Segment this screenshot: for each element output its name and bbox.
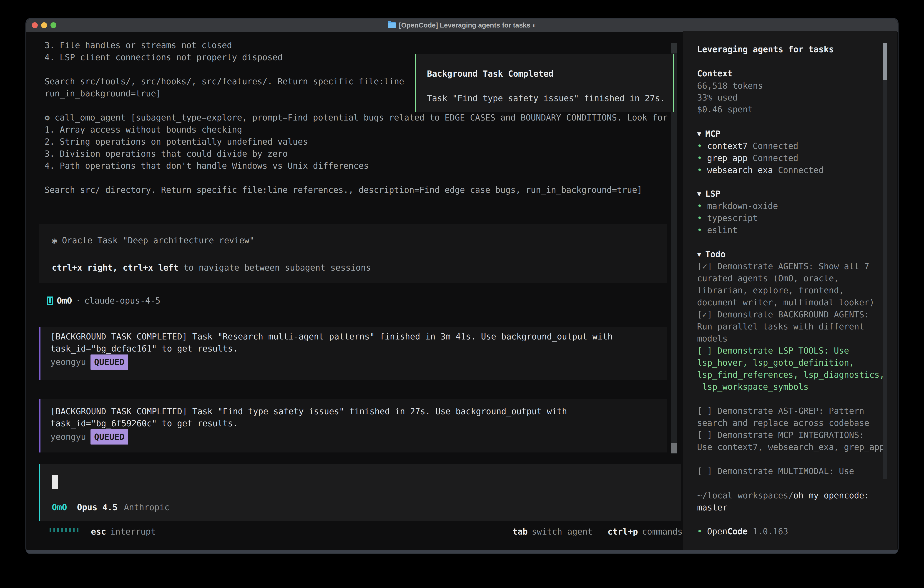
toast-title: Background Task Completed	[427, 68, 554, 80]
task1-user: yeongyu	[51, 356, 86, 368]
task1-line1: [BACKGROUND TASK COMPLETED] Task "Resear…	[51, 330, 613, 343]
tab-key-label: tab	[513, 526, 528, 538]
status-dot-icon: •	[697, 164, 707, 176]
mcp-item: •grep_app Connected	[697, 152, 823, 164]
title-bar[interactable]: [OpenCode] Leveraging agents for tasks ◐	[26, 19, 898, 32]
working-spinner-dots	[50, 528, 78, 532]
workspace-repo: oh-my-opencode:	[793, 491, 869, 500]
mcp-name: websearch_exa	[707, 165, 773, 175]
sidebar-scrollbar-track[interactable]	[883, 43, 887, 479]
sidebar-scrollbar-thumb[interactable]	[883, 43, 887, 80]
minimize-button[interactable]	[41, 22, 47, 28]
app-name-bold: Code	[727, 527, 747, 537]
composer-model[interactable]: Opus 4.5	[77, 501, 117, 514]
task2-meta: yeongyu QUEUED	[51, 429, 128, 444]
chevron-down-icon: ▼	[697, 250, 701, 258]
window-title-group: [OpenCode] Leveraging agents for tasks ◐	[388, 21, 536, 29]
workspace-path-prefix: ~/local-workspaces/	[697, 491, 793, 500]
lsp-name: typescript	[707, 213, 758, 223]
esc-key-label: esc	[91, 526, 106, 538]
composer-model-row: OmO Opus 4.5 Anthropic	[52, 501, 170, 514]
lsp-name: eslint	[707, 225, 738, 235]
mcp-name: context7	[707, 141, 747, 151]
text-cursor	[52, 475, 58, 489]
lsp-section-header[interactable]: ▼ LSP	[697, 188, 721, 200]
task1-meta: yeongyu QUEUED	[51, 355, 128, 370]
main-scrollbar-thumb[interactable]	[671, 443, 676, 453]
folder-icon	[388, 22, 396, 28]
window-title: [OpenCode] Leveraging agents for tasks ◐	[399, 21, 536, 29]
chevron-down-icon: ▼	[697, 130, 701, 138]
task2-line1: [BACKGROUND TASK COMPLETED] Task "Find t…	[51, 405, 567, 418]
task1-status-badge: QUEUED	[91, 355, 128, 370]
context-header: Context	[697, 68, 733, 79]
status-dot-icon: •	[697, 140, 707, 152]
todo-section-header[interactable]: ▼ Todo	[697, 248, 726, 260]
oracle-shortcut-rest: to navigate between subagent sessions	[178, 263, 371, 273]
todo-active-item: [ ] Demonstrate LSP TOOLS: Use lsp_hover…	[697, 345, 897, 393]
task-card-research[interactable]: [BACKGROUND TASK COMPLETED] Task "Resear…	[39, 327, 667, 380]
task2-user: yeongyu	[51, 431, 86, 443]
background-task-toast[interactable]: Background Task Completed Task "Find typ…	[415, 54, 674, 112]
mcp-section-header[interactable]: ▼ MCP	[697, 128, 721, 140]
ctrlp-key-label: ctrl+p	[607, 526, 638, 538]
toast-body: Task "Find type safety issues" finished …	[427, 92, 665, 104]
task2-line2: task_id="bg_6f59260c" to get results.	[51, 418, 238, 429]
todo-done-items: [✓] Demonstrate AGENTS: Show all 7 curat…	[697, 260, 893, 345]
app-version: 1.0.163	[753, 527, 788, 537]
statusbar-right: tab switch agent ctrl+p commands	[513, 526, 683, 538]
esc-hint: esc interrupt	[91, 526, 156, 538]
session-model: claude-opus-4-5	[84, 295, 160, 307]
mcp-status: Connected	[753, 153, 798, 163]
app-name-regular: Open	[707, 527, 727, 537]
session-header: OmO · claude-opus-4-5	[47, 295, 160, 307]
mcp-status: Connected	[753, 141, 798, 151]
lsp-item: •eslint	[697, 224, 778, 236]
esc-action-label: interrupt	[110, 526, 156, 538]
todo-pending-items: [ ] Demonstrate AST-GREP: Pattern search…	[697, 405, 897, 477]
close-button[interactable]	[32, 22, 38, 28]
lsp-header-label: LSP	[705, 188, 721, 200]
mcp-status: Connected	[778, 165, 823, 175]
workspace-path: ~/local-workspaces/oh-my-opencode:	[697, 489, 869, 502]
context-stats: 66,518 tokens 33% used $0.46 spent	[697, 80, 763, 116]
mcp-item: •websearch_exa Connected	[697, 164, 823, 176]
lsp-item: •markdown-oxide	[697, 200, 778, 212]
sidebar-session-title: Leveraging agents for tasks	[697, 43, 834, 56]
status-dot-icon: •	[697, 152, 707, 164]
composer-provider: Anthropic	[124, 501, 169, 514]
oracle-task-card: ◉ Oracle Task "Deep architecture review"…	[39, 224, 667, 283]
status-dot-icon: •	[697, 224, 707, 236]
todo-header-label: Todo	[705, 248, 726, 260]
task2-status-badge: QUEUED	[91, 429, 128, 444]
lsp-list: •markdown-oxide •typescript •eslint	[697, 200, 778, 236]
lsp-item: •typescript	[697, 212, 778, 224]
session-agent: OmO	[57, 295, 72, 307]
workspace-branch: master	[697, 502, 728, 514]
agent-square-icon	[47, 297, 53, 305]
oracle-shortcut-hint: ctrl+x right, ctrl+x left to navigate be…	[52, 262, 371, 274]
chevron-down-icon: ▼	[697, 190, 701, 198]
tab-action-label: switch agent	[532, 526, 592, 538]
status-dot-icon: •	[697, 212, 707, 224]
oracle-task-header: ◉ Oracle Task "Deep architecture review"	[52, 235, 254, 246]
zoom-button[interactable]	[51, 22, 56, 28]
task-card-typesafety[interactable]: [BACKGROUND TASK COMPLETED] Task "Find t…	[39, 399, 667, 453]
version-row: •OpenCode 1.0.163	[697, 525, 788, 537]
status-dot-icon: •	[697, 200, 707, 212]
mcp-list: •context7 Connected •grep_app Connected …	[697, 140, 823, 176]
mcp-header-label: MCP	[705, 128, 721, 140]
ctrlp-action-label: commands	[642, 526, 683, 538]
desktop: { "window": { "title": "[OpenCode] Lever…	[0, 0, 924, 588]
oracle-shortcut-keys: ctrl+x right, ctrl+x left	[52, 263, 178, 273]
composer-agent[interactable]: OmO	[52, 501, 67, 514]
mcp-name: grep_app	[707, 153, 747, 163]
task1-line2: task_id="bg_dcfac161" to get results.	[51, 343, 238, 355]
session-separator: ·	[76, 295, 81, 307]
window-bottom-edge	[26, 550, 898, 553]
lsp-name: markdown-oxide	[707, 201, 778, 211]
status-dot-icon: •	[697, 525, 707, 537]
mcp-item: •context7 Connected	[697, 140, 823, 152]
